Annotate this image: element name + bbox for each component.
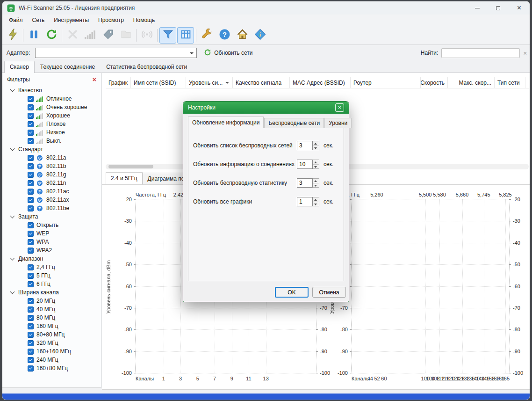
checkbox-checked-icon[interactable] <box>28 104 34 110</box>
menu-item[interactable]: Сеть <box>28 15 50 25</box>
filter-item[interactable]: 160+80 МГц <box>2 364 101 372</box>
tag-button[interactable] <box>100 27 116 44</box>
close-button[interactable] <box>509 1 530 15</box>
column-header[interactable]: MAC Адрес (BSSID) <box>290 77 351 88</box>
dialog-field-input[interactable] <box>297 160 313 169</box>
checkbox-checked-icon[interactable] <box>28 315 34 321</box>
checkbox-checked-icon[interactable] <box>28 96 34 102</box>
column-header[interactable]: График <box>106 77 131 88</box>
checkbox-checked-icon[interactable] <box>28 281 34 287</box>
cancel-button[interactable]: Отмена <box>312 287 346 298</box>
spinner-control[interactable] <box>313 141 319 150</box>
maximize-button[interactable] <box>488 1 509 15</box>
checkbox-checked-icon[interactable] <box>28 349 34 355</box>
filter-item[interactable]: 802.11a <box>2 153 101 162</box>
spinner-down-icon[interactable] <box>313 202 319 206</box>
dialog-titlebar[interactable]: Настройки <box>183 102 349 114</box>
filter-item[interactable]: Выкл. <box>2 137 101 145</box>
tab-item[interactable]: Статистика беспроводной сети <box>101 61 193 73</box>
filter-group-header[interactable]: Ширина канала <box>2 288 101 297</box>
dialog-tab[interactable]: Беспроводные сети <box>264 118 324 128</box>
filter-item[interactable]: 802.11b <box>2 162 101 170</box>
filter-item[interactable]: Плохое <box>2 120 101 128</box>
filter-item[interactable]: 6 ГГц <box>2 280 101 288</box>
spinner-up-icon[interactable] <box>313 160 319 165</box>
checkbox-checked-icon[interactable] <box>28 197 34 203</box>
filter-item[interactable]: 2,4 ГГц <box>2 263 101 271</box>
checkbox-checked-icon[interactable] <box>28 248 34 254</box>
column-header[interactable]: Скорость <box>421 77 448 88</box>
spinner-control[interactable] <box>313 160 319 169</box>
about-button[interactable]: i <box>252 27 268 44</box>
checkbox-checked-icon[interactable] <box>28 273 34 279</box>
dialog-tab[interactable]: Обновление информации <box>188 117 264 128</box>
dialog-field-input[interactable] <box>297 141 313 150</box>
help-button[interactable]: ? <box>216 27 233 44</box>
filter-item[interactable]: 802.11n <box>2 179 101 187</box>
filter-group-header[interactable]: Защита <box>2 212 101 221</box>
table-view-toggle-button[interactable] <box>177 27 194 44</box>
connect-button[interactable] <box>4 27 21 44</box>
checkbox-checked-icon[interactable] <box>28 130 34 136</box>
filter-item[interactable]: 802.11g <box>2 170 101 179</box>
checkbox-checked-icon[interactable] <box>28 239 34 245</box>
checkbox-checked-icon[interactable] <box>28 306 34 313</box>
chart-tab[interactable]: 2.4 и 5ГГц <box>106 172 143 184</box>
checkbox-checked-icon[interactable] <box>28 222 34 228</box>
search-input[interactable] <box>441 48 520 58</box>
filter-item[interactable]: 240 МГц <box>2 356 101 364</box>
checkbox-checked-icon[interactable] <box>28 298 34 304</box>
spinner-down-icon[interactable] <box>313 146 319 150</box>
filter-item[interactable]: Хорошее <box>2 111 101 120</box>
dialog-field-input[interactable] <box>297 197 313 206</box>
filter-item[interactable]: 40 МГц <box>2 305 101 314</box>
column-header[interactable]: Тип сети <box>495 77 525 88</box>
filter-group-header[interactable]: Диапазон <box>2 255 101 263</box>
checkbox-checked-icon[interactable] <box>28 332 34 338</box>
pause-button[interactable] <box>25 27 42 44</box>
refresh-networks-button[interactable]: Обновить сети <box>204 49 252 58</box>
checkbox-checked-icon[interactable] <box>28 264 34 270</box>
filter-item[interactable]: Низкое <box>2 128 101 137</box>
filter-group-header[interactable]: Стандарт <box>2 145 101 153</box>
filter-item[interactable]: WPA <box>2 238 101 246</box>
menu-item[interactable]: Просмотр <box>93 15 129 25</box>
checkbox-checked-icon[interactable] <box>28 205 34 211</box>
filter-item[interactable]: Очень хорошее <box>2 103 101 111</box>
checkbox-checked-icon[interactable] <box>28 180 34 186</box>
filter-item[interactable]: 20 МГц <box>2 297 101 305</box>
filter-item[interactable]: Отличное <box>2 95 101 103</box>
checkbox-checked-icon[interactable] <box>28 357 34 363</box>
column-header[interactable]: Имя сети (SSID) <box>131 77 186 88</box>
filter-item[interactable]: 5 ГГц <box>2 271 101 280</box>
scrollbar-thumb[interactable] <box>108 165 153 168</box>
checkbox-checked-icon[interactable] <box>28 138 34 144</box>
refresh-button[interactable] <box>43 27 60 44</box>
filter-item[interactable]: 160+160 МГц <box>2 347 101 356</box>
dialog-field-input[interactable] <box>297 178 313 188</box>
menu-item[interactable]: Инструменты <box>49 15 93 25</box>
filter-item[interactable]: WPA2 <box>2 246 101 255</box>
menu-item[interactable]: Помощь <box>129 15 159 25</box>
checkbox-checked-icon[interactable] <box>28 189 34 195</box>
adapter-combobox[interactable] <box>35 48 197 58</box>
checkbox-checked-icon[interactable] <box>28 155 34 161</box>
home-button[interactable] <box>234 27 251 44</box>
checkbox-checked-icon[interactable] <box>28 121 34 127</box>
filter-item[interactable]: 160 МГц <box>2 322 101 330</box>
checkbox-checked-icon[interactable] <box>28 163 34 169</box>
tab-active[interactable]: Сканер <box>4 61 35 73</box>
column-header[interactable]: Роутер <box>351 77 421 88</box>
dialog-tab[interactable]: Уровни <box>324 118 352 128</box>
filter-item[interactable]: 80+80 МГц <box>2 330 101 339</box>
tab-item[interactable]: Текущее соединение <box>35 61 101 73</box>
spinner-down-icon[interactable] <box>313 183 319 188</box>
ok-button[interactable]: OK <box>275 287 309 298</box>
column-header[interactable]: Макс. скор... <box>448 77 495 88</box>
checkbox-checked-icon[interactable] <box>28 113 34 119</box>
filter-item[interactable]: 320 МГц <box>2 339 101 347</box>
column-header[interactable]: Качество сигнала <box>233 77 290 88</box>
filter-item[interactable]: 802.11ax <box>2 196 101 204</box>
checkbox-checked-icon[interactable] <box>28 323 34 329</box>
checkbox-checked-icon[interactable] <box>28 172 34 178</box>
